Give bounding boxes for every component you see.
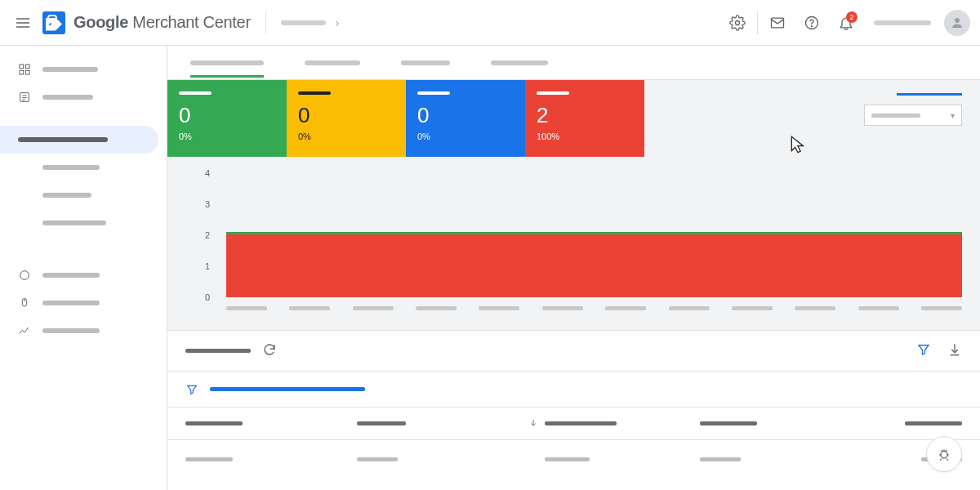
nav-sub-3[interactable] [0, 209, 158, 237]
main-content: 0 0% 0 0% 0 0% 2 100% [167, 46, 980, 490]
stat-card-disapproved[interactable]: 2 100% [525, 80, 644, 157]
nav-item-6[interactable] [0, 317, 158, 345]
stat-card-pending[interactable]: 0 0% [287, 80, 406, 157]
area-disapproved [226, 234, 962, 297]
mouse-cursor [788, 134, 809, 155]
subtab-1-active[interactable] [190, 60, 264, 77]
svg-point-3 [812, 25, 813, 26]
svg-rect-1 [772, 18, 784, 28]
notification-badge: 2 [846, 11, 858, 23]
svg-point-12 [941, 452, 947, 458]
ytick: 0 [205, 292, 210, 302]
help-icon[interactable] [797, 8, 826, 38]
left-nav [0, 46, 167, 490]
stat-pct: 0% [298, 131, 394, 141]
table-toolbar [167, 331, 980, 372]
svg-point-10 [20, 271, 29, 280]
stat-cards: 0 0% 0 0% 0 0% 2 100% [167, 80, 644, 157]
nav-item-4[interactable] [0, 261, 158, 289]
product-name: Google Merchant Center [74, 13, 251, 32]
table-header [167, 408, 980, 440]
subtab-3[interactable] [401, 60, 450, 77]
stat-card-active[interactable]: 0 0% [167, 80, 287, 157]
menu-icon[interactable] [10, 10, 36, 36]
stat-pct: 100% [537, 131, 633, 141]
col-5[interactable] [871, 421, 962, 425]
nav-label [42, 95, 93, 100]
svg-point-0 [736, 20, 740, 24]
mouse-icon [18, 296, 31, 310]
nav-label [42, 193, 91, 198]
stat-pct: 0% [179, 131, 275, 141]
stat-value: 0 [179, 103, 275, 128]
chevron-right-icon: › [336, 16, 340, 29]
list-icon [18, 91, 31, 104]
active-filter-row[interactable] [167, 372, 980, 408]
bug-icon [936, 446, 952, 462]
nav-label [42, 328, 100, 333]
filter-label [210, 387, 365, 391]
chevron-down-icon: ▾ [951, 111, 955, 120]
settings-icon[interactable] [723, 8, 752, 38]
divider [265, 11, 266, 34]
feedback-fab[interactable] [926, 436, 962, 472]
stat-value: 0 [417, 103, 514, 128]
notifications-icon[interactable]: 2 [831, 8, 861, 38]
metrics-panel: 0 0% 0 0% 0 0% 2 100% [167, 80, 980, 331]
filter-icon[interactable] [916, 342, 931, 360]
x-axis [226, 306, 962, 310]
ytick: 3 [205, 199, 210, 209]
col-3-sorted[interactable] [528, 416, 700, 431]
table-row[interactable] [167, 440, 980, 478]
date-range-dropdown[interactable]: ▾ [864, 105, 962, 126]
product-logo[interactable]: Google Merchant Center [42, 11, 251, 34]
col-1[interactable] [185, 421, 357, 425]
nav-item-3-active[interactable] [0, 126, 158, 154]
col-4[interactable] [700, 421, 871, 425]
ytick: 4 [205, 168, 210, 178]
avatar[interactable] [944, 10, 970, 36]
nav-item-5[interactable] [0, 289, 158, 317]
stat-value: 0 [298, 103, 394, 128]
toolbar-title [185, 349, 251, 353]
nav-label [18, 137, 108, 142]
sort-arrow-down-icon [528, 416, 538, 431]
subtab-2[interactable] [305, 60, 360, 77]
breadcrumb[interactable] [281, 20, 326, 25]
col-2[interactable] [357, 421, 528, 425]
filter-icon [185, 383, 198, 396]
divider [757, 11, 758, 34]
trend-chart: 4 3 2 1 0 [190, 168, 962, 315]
stat-card-expiring[interactable]: 0 0% [406, 80, 525, 157]
stat-value: 2 [537, 103, 633, 128]
svg-rect-6 [25, 65, 29, 69]
svg-point-4 [955, 18, 960, 23]
nav-label [42, 165, 100, 170]
line-active [226, 232, 962, 234]
nav-label [42, 220, 106, 225]
svg-rect-5 [20, 65, 24, 69]
nav-item-2[interactable] [0, 83, 158, 111]
svg-rect-8 [25, 70, 29, 74]
nav-item-1[interactable] [0, 56, 158, 83]
nav-sub-1[interactable] [0, 154, 158, 181]
stat-pct: 0% [417, 131, 514, 141]
accent-line [897, 93, 962, 96]
ytick: 1 [205, 261, 210, 271]
subtab-4[interactable] [491, 60, 548, 77]
trend-icon [18, 324, 31, 337]
nav-label [42, 67, 98, 72]
download-icon[interactable] [947, 342, 962, 360]
app-header: Google Merchant Center › 2 [0, 0, 980, 46]
dashboard-icon [18, 63, 31, 76]
nav-label [42, 301, 100, 305]
svg-rect-7 [20, 70, 24, 74]
account-switcher[interactable] [874, 20, 931, 25]
mail-icon[interactable] [763, 8, 792, 38]
nav-label [42, 273, 100, 278]
refresh-icon[interactable] [262, 342, 277, 360]
subtabs [167, 46, 980, 80]
nav-sub-2[interactable] [0, 181, 158, 209]
tag-icon [42, 11, 65, 34]
ytick: 2 [205, 230, 210, 240]
